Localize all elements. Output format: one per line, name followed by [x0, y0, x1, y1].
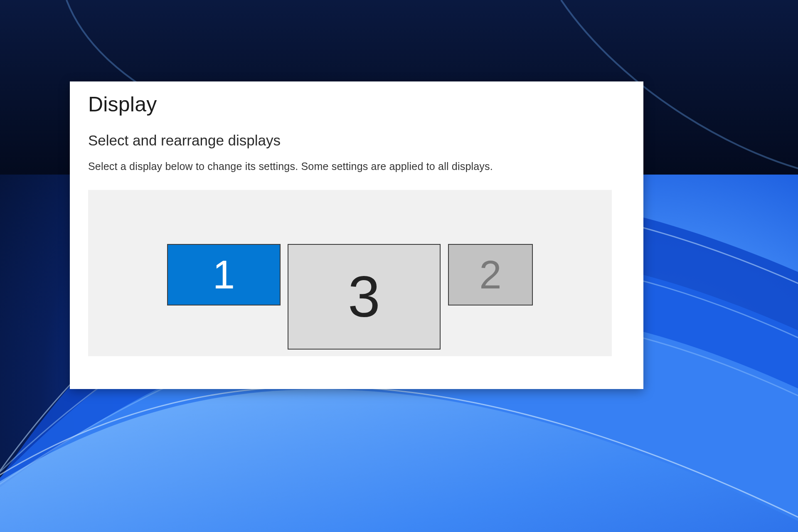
display-monitor-2[interactable]: 2	[448, 244, 533, 305]
section-title: Select and rearrange displays	[88, 132, 625, 149]
display-monitor-label: 2	[479, 252, 501, 298]
section-description: Select a display below to change its set…	[88, 160, 625, 172]
display-settings-panel: Display Select and rearrange displays Se…	[70, 81, 643, 389]
display-monitor-1[interactable]: 1	[167, 244, 281, 305]
display-monitor-3[interactable]: 3	[288, 244, 441, 350]
display-monitor-label: 1	[213, 252, 235, 298]
display-arrangement-area[interactable]: 1 3 2	[88, 190, 612, 356]
page-title: Display	[88, 92, 625, 116]
display-monitor-label: 3	[348, 263, 380, 330]
